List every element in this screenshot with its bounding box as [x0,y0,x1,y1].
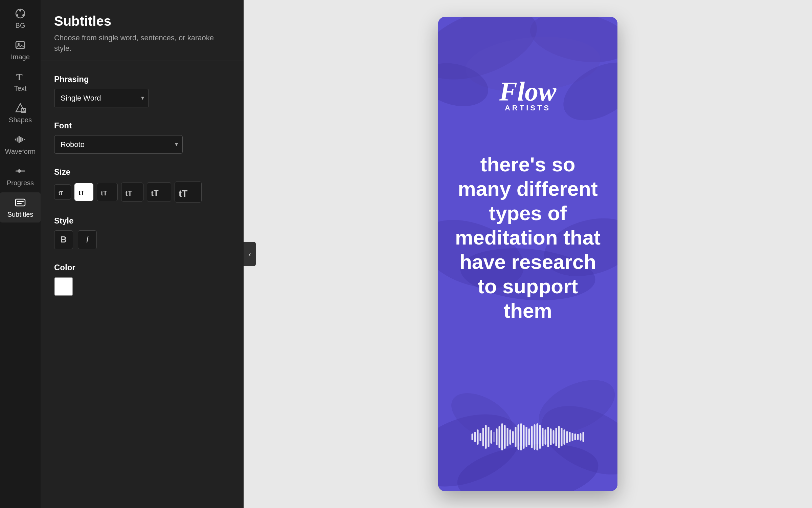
svg-text:tT: tT [125,189,132,197]
sidebar-item-subtitles-label: Subtitles [7,211,33,218]
sidebar-item-image[interactable]: Image [0,35,41,65]
sidebar-item-text-label: Text [14,85,27,92]
size-row: tT tT tT tT tT tT [54,182,230,203]
size-md-button[interactable]: tT [97,183,118,201]
italic-button[interactable]: I [78,230,97,249]
shapes-icon [14,102,26,114]
phone-waveform [472,423,584,450]
svg-point-1 [19,9,21,12]
sidebar-item-progress[interactable]: Progress [0,161,41,191]
svg-rect-9 [15,139,16,140]
svg-point-3 [16,14,18,16]
font-label: Font [54,121,230,130]
phrasing-field: Phrasing Single Word Sentences Karaoke ▾ [54,75,230,107]
size-lg-button[interactable]: tT [121,183,143,202]
phrasing-label: Phrasing [54,75,230,84]
size-label: Size [54,167,230,177]
size-xxl-button[interactable]: tT [175,182,202,203]
sidebar-item-subtitles[interactable]: Subtitles [0,192,41,223]
style-field: Style B I [54,216,230,249]
font-field: Font Roboto Arial Georgia Helvetica ▾ [54,121,230,154]
svg-point-2 [22,14,24,16]
svg-text:tT: tT [78,190,84,196]
svg-rect-4 [16,42,25,48]
progress-icon [14,165,26,177]
font-select-wrapper: Roboto Arial Georgia Helvetica ▾ [54,135,183,154]
svg-text:tT: tT [101,189,107,197]
phone-preview: Flow ARTISTS there's so many different t… [438,17,617,491]
size-sm-button[interactable]: tT [74,183,93,201]
phrasing-select[interactable]: Single Word Sentences Karaoke [54,89,149,107]
preview-area: Flow ARTISTS there's so many different t… [244,0,812,508]
svg-text:T: T [16,72,23,82]
text-icon: T [14,70,26,83]
sidebar: BG Image T Text Shapes [0,0,41,508]
svg-text:tT: tT [151,189,159,198]
bold-button[interactable]: B [54,230,73,249]
collapse-chevron-icon: ‹ [249,250,251,258]
sidebar-item-shapes[interactable]: Shapes [0,98,41,128]
style-row: B I [54,230,230,249]
subtitles-panel: Subtitles Choose from single word, sente… [41,0,244,508]
bg-icon [14,7,26,20]
size-field: Size tT tT tT tT tT [54,167,230,203]
size-xs-button[interactable]: tT [54,184,71,200]
panel-description: Choose from single word, sentences, or k… [54,33,230,54]
svg-marker-7 [16,104,25,112]
svg-text:tT: tT [179,188,187,199]
phone-logo: Flow ARTISTS [499,78,557,112]
sidebar-item-progress-label: Progress [7,179,34,187]
panel-body: Phrasing Single Word Sentences Karaoke ▾… [41,61,244,310]
size-xl-button[interactable]: tT [147,182,171,202]
svg-rect-13 [22,138,23,141]
svg-point-16 [18,169,21,173]
font-select[interactable]: Roboto Arial Georgia Helvetica [54,135,183,154]
svg-rect-10 [17,137,18,142]
phone-subtitle-text: there's so many different types of medit… [455,152,601,323]
subtitles-icon [14,196,26,209]
color-swatch[interactable] [54,277,73,296]
panel-collapse-button[interactable]: ‹ [244,242,256,266]
color-field: Color [54,263,230,296]
svg-rect-11 [19,136,20,143]
sidebar-item-image-label: Image [11,53,30,61]
sidebar-item-text[interactable]: T Text [0,66,41,97]
svg-rect-14 [24,139,25,140]
svg-rect-17 [16,199,25,206]
sidebar-item-shapes-label: Shapes [9,116,32,124]
waveform-icon [14,133,26,146]
sidebar-item-waveform-label: Waveform [5,148,36,155]
sidebar-item-bg[interactable]: BG [0,3,41,34]
logo-flow: Flow [499,78,557,105]
style-label: Style [54,216,230,226]
logo-artists: ARTISTS [499,104,557,112]
sidebar-item-bg-label: BG [16,22,25,29]
sidebar-item-waveform[interactable]: Waveform [0,129,41,160]
color-label: Color [54,263,230,272]
panel-title: Subtitles [54,14,230,29]
panel-header: Subtitles Choose from single word, sente… [41,0,244,61]
svg-rect-12 [20,137,22,142]
phrasing-select-wrapper: Single Word Sentences Karaoke ▾ [54,89,149,107]
image-icon [14,39,26,51]
svg-text:tT: tT [59,190,63,196]
